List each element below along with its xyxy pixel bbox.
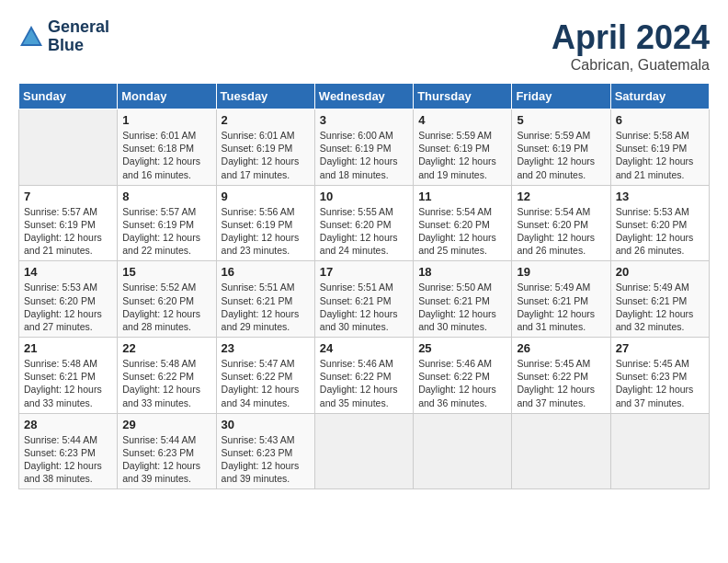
day-number: 15 bbox=[122, 265, 210, 279]
calendar-day: 12Sunrise: 5:54 AM Sunset: 6:20 PM Dayli… bbox=[512, 185, 610, 261]
day-info: Sunrise: 5:44 AM Sunset: 6:23 PM Dayligh… bbox=[122, 433, 210, 486]
calendar-day: 19Sunrise: 5:49 AM Sunset: 6:21 PM Dayli… bbox=[512, 261, 610, 338]
calendar-day: 2Sunrise: 6:01 AM Sunset: 6:19 PM Daylig… bbox=[216, 109, 314, 186]
calendar-day: 20Sunrise: 5:49 AM Sunset: 6:21 PM Dayli… bbox=[610, 261, 709, 338]
day-number: 18 bbox=[418, 265, 506, 279]
day-number: 1 bbox=[122, 113, 210, 127]
day-number: 4 bbox=[418, 113, 506, 127]
calendar-day: 17Sunrise: 5:51 AM Sunset: 6:21 PM Dayli… bbox=[314, 261, 413, 338]
logo-icon bbox=[18, 24, 44, 50]
day-number: 25 bbox=[418, 341, 506, 355]
logo-text: General Blue bbox=[48, 18, 109, 55]
day-info: Sunrise: 6:00 AM Sunset: 6:19 PM Dayligh… bbox=[320, 129, 408, 181]
day-number: 2 bbox=[222, 113, 310, 127]
day-info: Sunrise: 5:53 AM Sunset: 6:20 PM Dayligh… bbox=[24, 281, 112, 333]
day-info: Sunrise: 5:52 AM Sunset: 6:20 PM Dayligh… bbox=[122, 281, 210, 333]
day-number: 13 bbox=[616, 190, 704, 203]
day-info: Sunrise: 5:51 AM Sunset: 6:21 PM Dayligh… bbox=[320, 281, 408, 333]
day-info: Sunrise: 5:57 AM Sunset: 6:19 PM Dayligh… bbox=[24, 205, 112, 258]
day-number: 28 bbox=[24, 418, 112, 431]
day-info: Sunrise: 5:50 AM Sunset: 6:21 PM Dayligh… bbox=[418, 281, 506, 333]
calendar-day: 27Sunrise: 5:45 AM Sunset: 6:23 PM Dayli… bbox=[610, 338, 709, 414]
day-number: 17 bbox=[320, 265, 408, 279]
location-title: Cabrican, Guatemala bbox=[552, 57, 710, 74]
day-info: Sunrise: 5:48 AM Sunset: 6:21 PM Dayligh… bbox=[24, 357, 112, 409]
day-number: 19 bbox=[517, 265, 605, 279]
empty-day bbox=[512, 413, 610, 489]
weekday-header: Wednesday bbox=[314, 84, 413, 109]
day-info: Sunrise: 5:44 AM Sunset: 6:23 PM Dayligh… bbox=[24, 433, 112, 486]
day-info: Sunrise: 5:55 AM Sunset: 6:20 PM Dayligh… bbox=[320, 205, 408, 258]
calendar-table: SundayMondayTuesdayWednesdayThursdayFrid… bbox=[18, 83, 710, 489]
day-info: Sunrise: 5:45 AM Sunset: 6:23 PM Dayligh… bbox=[616, 357, 704, 409]
day-number: 29 bbox=[122, 418, 210, 431]
day-number: 23 bbox=[222, 341, 310, 355]
day-info: Sunrise: 5:59 AM Sunset: 6:19 PM Dayligh… bbox=[517, 129, 605, 181]
day-number: 22 bbox=[122, 341, 210, 355]
calendar-day: 13Sunrise: 5:53 AM Sunset: 6:20 PM Dayli… bbox=[610, 185, 709, 261]
day-number: 24 bbox=[320, 341, 408, 355]
calendar-day: 8Sunrise: 5:57 AM Sunset: 6:19 PM Daylig… bbox=[118, 185, 216, 261]
day-info: Sunrise: 5:47 AM Sunset: 6:22 PM Dayligh… bbox=[222, 357, 310, 409]
calendar-day: 6Sunrise: 5:58 AM Sunset: 6:19 PM Daylig… bbox=[610, 109, 709, 186]
day-info: Sunrise: 5:56 AM Sunset: 6:19 PM Dayligh… bbox=[222, 205, 310, 258]
day-number: 30 bbox=[222, 418, 310, 431]
day-number: 16 bbox=[222, 265, 310, 279]
calendar-day: 14Sunrise: 5:53 AM Sunset: 6:20 PM Dayli… bbox=[19, 261, 118, 338]
calendar-day: 18Sunrise: 5:50 AM Sunset: 6:21 PM Dayli… bbox=[414, 261, 512, 338]
page-header: General Blue April 2024 Cabrican, Guatem… bbox=[18, 18, 710, 74]
empty-day bbox=[19, 109, 118, 186]
empty-day bbox=[610, 413, 709, 489]
day-number: 20 bbox=[616, 265, 704, 279]
weekday-header: Tuesday bbox=[216, 84, 314, 109]
day-info: Sunrise: 5:49 AM Sunset: 6:21 PM Dayligh… bbox=[517, 281, 605, 333]
calendar-day: 7Sunrise: 5:57 AM Sunset: 6:19 PM Daylig… bbox=[19, 185, 118, 261]
day-info: Sunrise: 5:45 AM Sunset: 6:22 PM Dayligh… bbox=[517, 357, 605, 409]
day-info: Sunrise: 5:54 AM Sunset: 6:20 PM Dayligh… bbox=[517, 205, 605, 258]
calendar-day: 21Sunrise: 5:48 AM Sunset: 6:21 PM Dayli… bbox=[19, 338, 118, 414]
day-info: Sunrise: 5:51 AM Sunset: 6:21 PM Dayligh… bbox=[222, 281, 310, 333]
calendar-day: 9Sunrise: 5:56 AM Sunset: 6:19 PM Daylig… bbox=[216, 185, 314, 261]
day-number: 9 bbox=[222, 190, 310, 203]
day-info: Sunrise: 6:01 AM Sunset: 6:18 PM Dayligh… bbox=[122, 129, 210, 181]
weekday-header: Friday bbox=[512, 84, 610, 109]
calendar-day: 25Sunrise: 5:46 AM Sunset: 6:22 PM Dayli… bbox=[414, 338, 512, 414]
day-info: Sunrise: 5:49 AM Sunset: 6:21 PM Dayligh… bbox=[616, 281, 704, 333]
day-number: 10 bbox=[320, 190, 408, 203]
day-info: Sunrise: 5:43 AM Sunset: 6:23 PM Dayligh… bbox=[222, 433, 310, 486]
day-info: Sunrise: 5:46 AM Sunset: 6:22 PM Dayligh… bbox=[418, 357, 506, 409]
weekday-header: Monday bbox=[118, 84, 216, 109]
day-info: Sunrise: 5:57 AM Sunset: 6:19 PM Dayligh… bbox=[122, 205, 210, 258]
weekday-header: Saturday bbox=[610, 84, 709, 109]
day-info: Sunrise: 5:53 AM Sunset: 6:20 PM Dayligh… bbox=[616, 205, 704, 258]
calendar-day: 15Sunrise: 5:52 AM Sunset: 6:20 PM Dayli… bbox=[118, 261, 216, 338]
calendar-day: 1Sunrise: 6:01 AM Sunset: 6:18 PM Daylig… bbox=[118, 109, 216, 186]
calendar-day: 5Sunrise: 5:59 AM Sunset: 6:19 PM Daylig… bbox=[512, 109, 610, 186]
calendar-day: 29Sunrise: 5:44 AM Sunset: 6:23 PM Dayli… bbox=[118, 413, 216, 489]
calendar-day: 23Sunrise: 5:47 AM Sunset: 6:22 PM Dayli… bbox=[216, 338, 314, 414]
calendar-day: 3Sunrise: 6:00 AM Sunset: 6:19 PM Daylig… bbox=[314, 109, 413, 186]
logo: General Blue bbox=[18, 18, 109, 55]
day-number: 26 bbox=[517, 341, 605, 355]
day-number: 3 bbox=[320, 113, 408, 127]
calendar-day: 22Sunrise: 5:48 AM Sunset: 6:22 PM Dayli… bbox=[118, 338, 216, 414]
weekday-header: Sunday bbox=[19, 84, 118, 109]
calendar-day: 30Sunrise: 5:43 AM Sunset: 6:23 PM Dayli… bbox=[216, 413, 314, 489]
day-number: 8 bbox=[122, 190, 210, 203]
empty-day bbox=[414, 413, 512, 489]
weekday-header: Thursday bbox=[414, 84, 512, 109]
day-info: Sunrise: 5:59 AM Sunset: 6:19 PM Dayligh… bbox=[418, 129, 506, 181]
day-number: 11 bbox=[418, 190, 506, 203]
day-info: Sunrise: 5:58 AM Sunset: 6:19 PM Dayligh… bbox=[616, 129, 704, 181]
day-number: 21 bbox=[24, 341, 112, 355]
calendar-day: 11Sunrise: 5:54 AM Sunset: 6:20 PM Dayli… bbox=[414, 185, 512, 261]
calendar-day: 16Sunrise: 5:51 AM Sunset: 6:21 PM Dayli… bbox=[216, 261, 314, 338]
calendar-day: 26Sunrise: 5:45 AM Sunset: 6:22 PM Dayli… bbox=[512, 338, 610, 414]
day-number: 6 bbox=[616, 113, 704, 127]
day-info: Sunrise: 6:01 AM Sunset: 6:19 PM Dayligh… bbox=[222, 129, 310, 181]
day-number: 5 bbox=[517, 113, 605, 127]
empty-day bbox=[314, 413, 413, 489]
calendar-day: 28Sunrise: 5:44 AM Sunset: 6:23 PM Dayli… bbox=[19, 413, 118, 489]
day-number: 14 bbox=[24, 265, 112, 279]
day-number: 27 bbox=[616, 341, 704, 355]
